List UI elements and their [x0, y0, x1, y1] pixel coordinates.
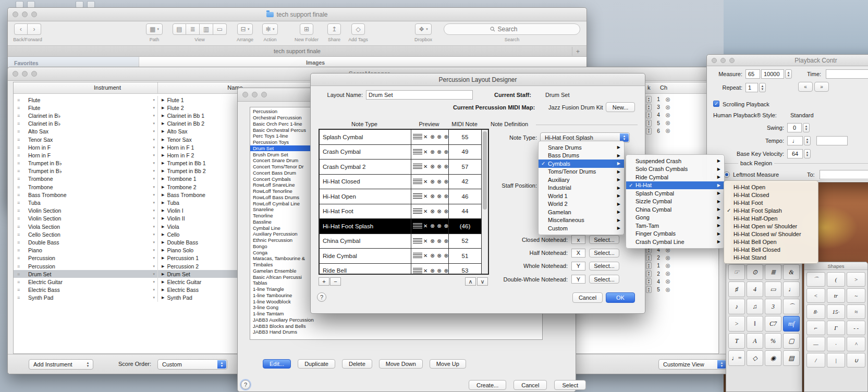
repeat-stepper[interactable]: ▲▼ — [759, 83, 766, 92]
chevron-down-icon[interactable]: ▾ — [153, 138, 155, 142]
repeat-input[interactable]: 1 — [745, 83, 758, 92]
channel-stepper[interactable]: ▲▼ — [646, 254, 652, 261]
close-button[interactable] — [13, 71, 18, 77]
line-tool[interactable]: | — [827, 353, 846, 368]
measure-tool[interactable]: ▭ — [765, 281, 781, 297]
remove-staff-icon[interactable]: ⊗ — [665, 287, 670, 293]
articulation-tool[interactable]: > — [728, 316, 745, 332]
channel-stepper[interactable]: ▲▼ — [646, 128, 652, 134]
crescendo-tool[interactable]: < — [806, 288, 825, 303]
column-header-channel[interactable]: Ch — [660, 84, 667, 91]
add-note-type-button[interactable]: + — [319, 277, 329, 286]
drag-handle-icon[interactable]: ≡ — [14, 200, 27, 205]
chevron-down-icon[interactable]: ▾ — [153, 153, 155, 157]
menu-item[interactable]: ✓ Finger Cymbals ▶ — [626, 230, 724, 238]
base-key-velocity-input[interactable]: 64 — [787, 149, 803, 158]
disclosure-arrow-icon[interactable]: ▶ — [162, 209, 164, 213]
channel-stepper[interactable]: ▲▼ — [646, 104, 652, 111]
graphics-tool[interactable]: ◇ — [747, 350, 763, 366]
drag-handle-icon[interactable]: ≡ — [14, 224, 27, 229]
minimize-button[interactable] — [22, 71, 28, 77]
picker-footer-button[interactable]: Select — [554, 380, 586, 390]
action-button[interactable]: ✻ ▾ — [262, 23, 278, 35]
table-row[interactable]: China Cymbal ✕ ⊗ ⊗ ⊗ 52 — [320, 234, 482, 249]
scrolling-playback-checkbox[interactable]: ✓ — [713, 101, 719, 107]
menu-item[interactable]: ✓ Solo Crash Cymbals ▶ — [626, 165, 724, 174]
channel-stepper[interactable]: ▲▼ — [646, 96, 652, 103]
help-button[interactable]: ? — [317, 292, 326, 302]
hand-grabber-tool[interactable]: ☞ — [728, 264, 745, 280]
drag-handle-icon[interactable]: ≡ — [14, 153, 27, 158]
disclosure-arrow-icon[interactable]: ▶ — [162, 248, 164, 252]
measure-stepper[interactable]: ▲▼ — [785, 69, 792, 79]
arrange-button[interactable]: ⊟ ▾ — [237, 23, 253, 35]
menu-item[interactable]: ✓ Cymbals ▶ — [539, 160, 624, 168]
list-item[interactable]: JABB3 Auxiliary Percussion — [250, 317, 542, 323]
cancel-button[interactable]: Cancel — [572, 292, 603, 303]
layout-action-button[interactable]: Delete — [342, 359, 372, 369]
layout-action-button[interactable]: Move Down — [379, 359, 423, 369]
zoom-button[interactable] — [261, 92, 267, 97]
channel-stepper[interactable]: ▲▼ — [646, 120, 652, 127]
playback-titlebar[interactable]: Playback Contr — [707, 55, 868, 66]
disclosure-arrow-icon[interactable]: ▶ — [162, 225, 164, 229]
menu-item[interactable]: ✓ China Cymbal ▶ — [626, 205, 724, 214]
table-row[interactable]: Ride Bell ✕ ⊗ ⊗ ⊗ 53 — [320, 264, 482, 275]
tempo-note-dropdown[interactable]: ♩ — [787, 136, 803, 145]
drag-handle-icon[interactable]: ≡ — [14, 137, 27, 142]
menu-item[interactable]: ✓ Industrial ▶ — [539, 184, 624, 192]
menu-item[interactable]: ✓ World 1 ▶ — [539, 192, 624, 200]
menu-item[interactable]: ✓ Hi-Hat Bell Closed ▶ — [724, 246, 818, 253]
ok-button[interactable]: OK — [606, 292, 635, 303]
select-notehead-button[interactable]: Select... — [589, 249, 619, 258]
table-row[interactable]: Crash Cymbal ✕ ⊗ ⊗ ⊗ 49 — [320, 145, 482, 160]
new-midi-map-button[interactable]: New... — [606, 102, 635, 112]
disclosure-arrow-icon[interactable]: ▶ — [162, 177, 164, 181]
list-item[interactable]: JABB3 Blocks and Bells — [250, 323, 542, 329]
table-row[interactable]: Crash Cymbal 2 ✕ ⊗ ⊗ ⊗ 57 — [320, 160, 482, 175]
chevron-down-icon[interactable]: ▾ — [153, 161, 155, 165]
search-field[interactable] — [444, 23, 580, 35]
tab-slide-tool[interactable]: / — [806, 353, 825, 368]
new-folder-button[interactable]: ⊞ — [300, 23, 313, 35]
time-signature-tool[interactable]: 4 — [747, 281, 763, 297]
menu-item[interactable]: ✓ Splash Cymbal ▶ — [626, 189, 724, 198]
lyrics-tool[interactable]: A — [747, 333, 763, 349]
midi-tool[interactable]: ◉ — [765, 350, 781, 366]
measure-input[interactable]: 65 — [745, 69, 760, 79]
chevron-down-icon[interactable]: ▾ — [153, 264, 155, 268]
dashed-curve-tool[interactable]: ( — [827, 272, 846, 287]
chevron-down-icon[interactable]: ▾ — [153, 209, 155, 213]
drag-handle-icon[interactable]: ≡ — [14, 264, 27, 269]
drag-handle-icon[interactable]: ≡ — [14, 105, 27, 111]
minimize-button[interactable] — [22, 11, 28, 17]
notehead-character-field[interactable]: Y — [571, 275, 585, 284]
disclosure-arrow-icon[interactable]: ▶ — [162, 201, 164, 205]
table-row[interactable]: Hi-Hat Foot ✕ ⊗ ⊗ ⊗ 44 — [320, 204, 482, 219]
table-row[interactable]: Splash Cymbal ✕ ⊗ ⊗ ⊗ 55 — [320, 130, 482, 145]
icon-view-button[interactable]: ▤ — [173, 23, 186, 35]
chevron-down-icon[interactable]: ▾ — [153, 256, 155, 260]
remove-staff-icon[interactable]: ⊗ — [665, 128, 670, 134]
drag-handle-icon[interactable]: ≡ — [14, 295, 27, 300]
table-row[interactable]: Hi-Hat Foot Splash ✕ ⊗ ⊗ ⊗ (46) — [320, 219, 482, 234]
decrescendo-tool[interactable]: > — [847, 272, 865, 287]
chevron-down-icon[interactable]: ▾ — [153, 121, 155, 126]
new-tab-button[interactable]: + — [572, 47, 583, 56]
disclosure-arrow-icon[interactable]: ▶ — [162, 240, 164, 244]
note-entry-tool[interactable]: ♩ — [783, 281, 800, 297]
menu-item[interactable]: ✓ Gamelan ▶ — [539, 208, 624, 216]
layout-action-button[interactable]: Duplicate — [298, 359, 335, 369]
menu-item[interactable]: ✓ Custom ▶ — [539, 224, 624, 232]
drag-handle-icon[interactable]: ≡ — [14, 255, 27, 261]
bracket-tool[interactable]: ⌐ — [806, 321, 825, 335]
drag-handle-icon[interactable]: ≡ — [14, 287, 27, 292]
zoom-button[interactable] — [729, 58, 735, 63]
chevron-down-icon[interactable]: ▾ — [153, 177, 155, 181]
resize-tool[interactable]: % — [765, 333, 781, 349]
remove-staff-icon[interactable]: ⊗ — [665, 112, 670, 118]
notehead-character-field[interactable]: X — [571, 249, 585, 258]
column-view-button[interactable]: ▥ — [200, 23, 213, 35]
disclosure-arrow-icon[interactable]: ▶ — [162, 193, 164, 197]
channel-stepper[interactable]: ▲▼ — [646, 278, 652, 285]
